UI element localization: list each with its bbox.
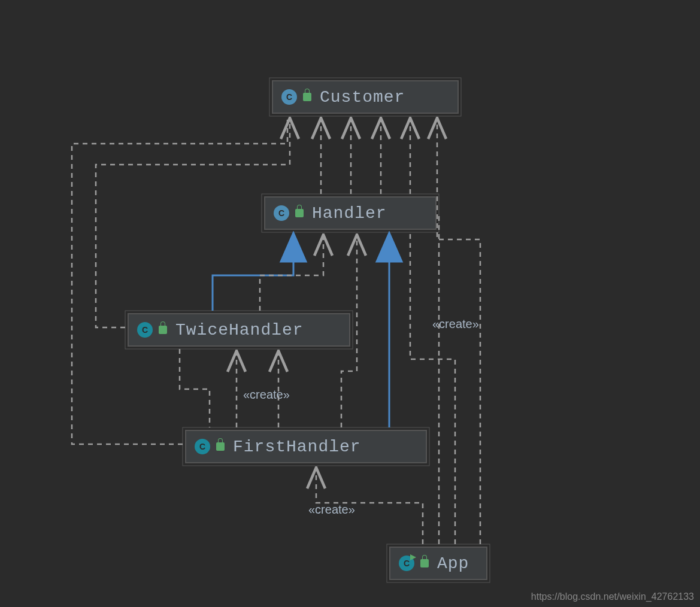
- create-label-mid: «create»: [243, 388, 290, 402]
- class-twice-handler[interactable]: C TwiceHandler: [128, 313, 350, 347]
- class-icon: C: [274, 205, 289, 221]
- class-run-icon: C: [399, 556, 414, 571]
- lock-icon: [159, 326, 167, 334]
- lock-icon: [295, 209, 304, 217]
- class-label: TwiceHandler: [175, 321, 304, 339]
- watermark: https://blog.csdn.net/weixin_42762133: [531, 591, 694, 602]
- class-app[interactable]: C App: [389, 547, 487, 580]
- class-handler[interactable]: C Handler: [264, 196, 437, 230]
- class-icon: C: [195, 439, 210, 454]
- class-label: FirstHandler: [233, 438, 361, 456]
- class-icon: C: [281, 89, 297, 105]
- class-icon: C: [137, 322, 153, 338]
- class-label: Handler: [312, 204, 387, 223]
- class-first-handler[interactable]: C FirstHandler: [185, 430, 427, 463]
- create-label-top: «create»: [432, 317, 479, 331]
- class-label: App: [437, 554, 469, 573]
- lock-icon: [303, 93, 311, 101]
- lock-icon: [420, 559, 429, 567]
- class-customer[interactable]: C Customer: [272, 80, 459, 114]
- class-label: Customer: [320, 88, 405, 107]
- lock-icon: [216, 442, 225, 451]
- create-label-bottom: «create»: [308, 503, 355, 517]
